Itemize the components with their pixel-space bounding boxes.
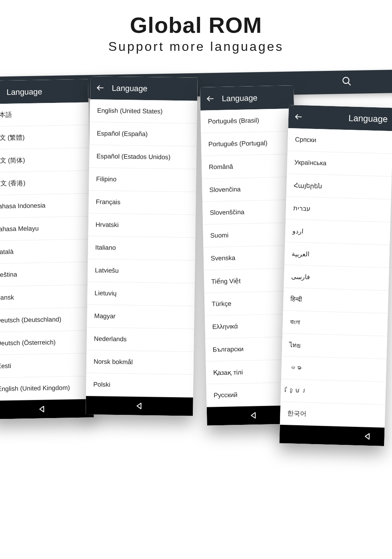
language-option[interactable]: Hrvatski	[88, 213, 196, 238]
language-option[interactable]: Magyar	[87, 305, 194, 329]
language-option[interactable]: Українська	[287, 151, 392, 177]
nav-back-icon[interactable]	[249, 410, 258, 420]
language-option[interactable]: Eesti	[0, 353, 93, 378]
language-option[interactable]: فارسی	[284, 265, 389, 291]
language-list: СрпскиУкраїнськаՀայերենעבריתاردوالعربيةف…	[280, 128, 392, 428]
language-option[interactable]: Čeština	[0, 262, 92, 286]
android-nav-bar	[0, 399, 94, 419]
svg-marker-9	[365, 434, 369, 439]
language-option[interactable]: اردو	[285, 219, 390, 245]
language-option[interactable]: Српски	[288, 128, 392, 154]
language-option[interactable]: ဗမာ	[281, 356, 386, 382]
language-option[interactable]: Հայերեն	[286, 174, 392, 199]
language-option[interactable]: Italiano	[88, 236, 196, 261]
app-bar: Language	[200, 85, 294, 111]
language-option[interactable]: हिन्दी	[283, 288, 388, 314]
language-option[interactable]: 中文 (香港)	[0, 171, 90, 195]
language-screen-2: Language English (United States)Español …	[86, 76, 198, 416]
language-option[interactable]: Slovenčina	[202, 177, 296, 202]
nav-back-icon[interactable]	[37, 404, 47, 414]
page-subtitle: Support more languages	[0, 39, 392, 54]
language-option[interactable]: Svenska	[203, 245, 297, 270]
language-option[interactable]: ខ្មែរ	[280, 379, 386, 405]
app-bar-title: Language	[348, 113, 388, 125]
svg-marker-5	[137, 403, 141, 409]
language-option[interactable]: Română	[202, 154, 296, 179]
language-option[interactable]: Bahasa Melayu	[0, 216, 91, 241]
language-option[interactable]: Français	[88, 191, 196, 215]
android-nav-bar	[86, 396, 193, 416]
language-option[interactable]: বাংলা	[282, 311, 388, 336]
language-list: 日本語中文 (繁體)中文 (简体)中文 (香港)Bahasa Indonesia…	[0, 102, 94, 400]
language-option[interactable]: עברית	[286, 197, 391, 222]
language-option[interactable]: Español (Estados Unidos)	[89, 145, 197, 169]
page-title: Global ROM	[0, 12, 392, 38]
app-bar-title: Language	[112, 83, 147, 93]
language-option[interactable]: Nederlands	[86, 328, 194, 352]
language-option[interactable]: Dansk	[0, 285, 92, 309]
language-option[interactable]: Português (Portugal)	[201, 131, 295, 156]
nav-back-icon[interactable]	[363, 431, 373, 441]
back-arrow-icon[interactable]	[294, 112, 303, 121]
language-option[interactable]: Català	[0, 239, 91, 263]
back-arrow-icon[interactable]	[96, 83, 104, 92]
app-bar: Language	[90, 76, 198, 101]
language-option[interactable]: Slovenščina	[202, 200, 296, 225]
language-option[interactable]: 日本語	[0, 102, 89, 127]
nav-back-icon[interactable]	[134, 401, 144, 411]
language-option[interactable]: ไทย	[282, 334, 387, 359]
svg-marker-7	[251, 412, 255, 418]
language-option[interactable]: 中文 (繁體)	[0, 125, 89, 149]
language-list: English (United States)Español (España)E…	[86, 99, 197, 398]
back-arrow-icon[interactable]	[206, 94, 214, 103]
language-option[interactable]: Polski	[86, 373, 194, 398]
language-option[interactable]: Deutsch (Österreich)	[0, 330, 93, 355]
language-option[interactable]: Bahasa Indonesia	[0, 193, 90, 218]
language-option[interactable]: 한국어	[280, 402, 385, 428]
language-option[interactable]: Español (España)	[90, 122, 197, 147]
language-option[interactable]: Latviešu	[88, 259, 195, 284]
language-option[interactable]: 中文 (简体)	[0, 148, 90, 172]
language-option[interactable]: Suomi	[203, 223, 297, 247]
language-option[interactable]: Português (Brasil)	[200, 109, 294, 133]
app-bar-title: Language	[222, 93, 257, 103]
app-bar: Language	[0, 79, 88, 104]
svg-marker-3	[40, 406, 44, 412]
svg-line-1	[348, 82, 351, 85]
android-nav-bar	[279, 425, 384, 446]
language-option[interactable]: Filipino	[89, 168, 196, 192]
language-option[interactable]: Norsk bokmål	[86, 350, 194, 375]
language-option[interactable]: العربية	[284, 242, 390, 268]
language-option[interactable]: English (United States)	[90, 99, 197, 124]
language-option[interactable]: Lietuvių	[87, 282, 195, 306]
app-bar-title: Language	[6, 87, 42, 97]
app-bar: Language	[288, 105, 392, 131]
search-icon[interactable]	[342, 76, 352, 87]
language-screen-1: Language 日本語中文 (繁體)中文 (简体)中文 (香港)Bahasa …	[0, 79, 94, 419]
language-option[interactable]: English (United Kingdom)	[0, 376, 94, 400]
language-option[interactable]: Deutsch (Deutschland)	[0, 308, 92, 332]
language-screen-4: Language СрпскиУкраїнськаՀայերենעבריתارد…	[279, 105, 392, 446]
